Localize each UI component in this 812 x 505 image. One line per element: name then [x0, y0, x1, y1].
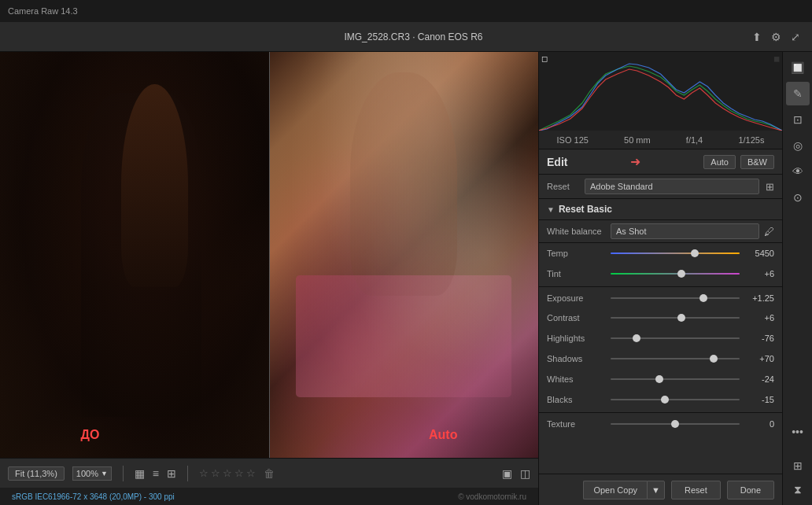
contrast-slider[interactable] [611, 311, 740, 324]
edit-header-buttons: Auto B&W [703, 155, 774, 169]
histogram: ◻ ◼ [539, 52, 782, 131]
image-info-link[interactable]: sRGB IEC61966-72 x 3648 (20,0MP) - 300 p… [12, 492, 175, 501]
exposure-row: Exposure +1.25 [539, 286, 782, 308]
preset-row: Reset Adobe Standard ⊞ [539, 175, 782, 199]
settings-icon[interactable]: ⚙ [771, 31, 781, 43]
tint-slider[interactable] [611, 267, 740, 280]
temp-label: Temp [547, 249, 606, 258]
filter-icon[interactable]: ⊞ [167, 467, 176, 480]
blacks-value: -15 [744, 395, 774, 404]
eyedropper-icon[interactable]: 🖊 [764, 226, 774, 238]
redeye-tool[interactable]: ⊙ [786, 186, 810, 209]
highlights-label: Highlights [547, 334, 606, 343]
white-clip-icon: ◻ [541, 54, 548, 63]
edit-arrow-icon: ➜ [630, 154, 640, 169]
rating-stars[interactable]: ☆ ☆ ☆ ☆ ☆ [199, 467, 256, 479]
header-icons: ⬆ ⚙ ⤢ [752, 31, 800, 43]
image-container: ДО Auto [0, 52, 538, 458]
filmstrip-icon[interactable]: ▦ [135, 467, 145, 480]
status-bar: sRGB IEC61966-72 x 3648 (20,0MP) - 300 p… [0, 488, 538, 505]
focal-value: 50 mm [624, 135, 651, 145]
image-after [269, 52, 538, 458]
auto-button[interactable]: Auto [703, 155, 736, 169]
texture-value: 0 [744, 419, 774, 429]
whites-value: -24 [744, 374, 774, 384]
heal-tool[interactable]: ◎ [786, 134, 810, 157]
tint-label: Tint [547, 269, 606, 278]
separator-1 [123, 466, 124, 481]
compare-icon[interactable]: ▣ [502, 467, 512, 480]
top-header: IMG_2528.CR3 · Canon EOS R6 ⬆ ⚙ ⤢ [0, 22, 812, 52]
blacks-slider[interactable] [611, 393, 740, 406]
fit-button[interactable]: Fit (11,3%) [8, 466, 65, 481]
shadows-row: Shadows +70 [539, 348, 782, 369]
whites-label: Whites [547, 374, 606, 384]
after-label: Auto [429, 428, 457, 442]
split-image: ДО Auto [0, 52, 538, 458]
whites-row: Whites -24 [539, 369, 782, 389]
split-view-icon[interactable]: ◫ [520, 467, 530, 480]
texture-row: Texture 0 [539, 412, 782, 433]
blacks-label: Blacks [547, 395, 606, 404]
histogram-svg [539, 52, 782, 131]
image-panel: ДО Auto Fit (11,3%) 100% ▼ ▦ ≡ ⊞ ☆ ☆ ☆ ☆… [0, 52, 538, 505]
right-panel: ◻ ◼ ISO 125 50 mm f/1,4 1/125s Edit ➜ Au… [538, 52, 782, 505]
far-right-tools: 🔲 ✎ ⊡ ◎ 👁 ⊙ ••• ⊞ ⧗ [782, 52, 812, 505]
exposure-slider[interactable] [611, 292, 740, 304]
more-tool[interactable]: ••• [786, 420, 810, 444]
watermark: © vodkomotornik.ru [458, 492, 526, 501]
black-clip-icon: ◼ [773, 54, 780, 63]
section-chevron-icon: ▼ [547, 205, 555, 214]
temp-slider[interactable] [611, 247, 740, 260]
preset-select[interactable]: Adobe Standard [585, 179, 759, 194]
zoom-select[interactable]: 100% ▼ [72, 466, 112, 481]
history-tool[interactable]: ⧗ [786, 477, 810, 501]
camera-info: ISO 125 50 mm f/1,4 1/125s [539, 131, 782, 149]
reset-label: Reset [547, 182, 578, 191]
wb-select[interactable]: As Shot [611, 223, 759, 239]
shadows-slider[interactable] [611, 352, 740, 365]
split-line [269, 52, 270, 458]
preset-tool[interactable]: ⊞ [786, 454, 810, 477]
reset-button[interactable]: Reset [671, 481, 721, 499]
edit-header: Edit ➜ Auto B&W [539, 149, 782, 175]
iso-value: ISO 125 [557, 135, 589, 145]
whites-slider[interactable] [611, 373, 740, 385]
tint-row: Tint +6 [539, 264, 782, 284]
bw-button[interactable]: B&W [740, 155, 774, 169]
zoom-tool[interactable]: 🔲 [786, 56, 810, 79]
delete-icon[interactable]: 🗑 [264, 467, 275, 480]
shadows-value: +70 [744, 354, 774, 363]
main-area: ДО Auto Fit (11,3%) 100% ▼ ▦ ≡ ⊞ ☆ ☆ ☆ ☆… [0, 52, 812, 505]
contrast-row: Contrast +6 [539, 308, 782, 328]
texture-slider[interactable] [611, 418, 740, 430]
open-copy-arrow[interactable]: ▼ [647, 481, 665, 499]
done-button[interactable]: Done [727, 481, 774, 499]
shadows-label: Shadows [547, 354, 606, 363]
section-header-basic[interactable]: ▼ Reset Basic [539, 199, 782, 220]
export-icon[interactable]: ⬆ [752, 31, 762, 43]
file-info: IMG_2528.CR3 · Canon EOS R6 [344, 31, 482, 42]
edit-panel: Edit ➜ Auto B&W Reset Adobe Standard ⊞ [539, 149, 782, 474]
edit-title: Edit [547, 156, 567, 168]
highlights-slider[interactable] [611, 332, 740, 345]
exposure-label: Exposure [547, 293, 606, 303]
open-copy-button[interactable]: Open Copy [583, 481, 647, 499]
aperture-value: f/1,4 [686, 135, 703, 145]
blacks-row: Blacks -15 [539, 389, 782, 410]
crop-tool[interactable]: ⊡ [786, 108, 810, 131]
expand-icon[interactable]: ⤢ [791, 31, 800, 43]
shutter-value: 1/125s [738, 135, 764, 145]
image-before [0, 52, 269, 458]
list-icon[interactable]: ≡ [153, 467, 159, 480]
wb-label: White balance [547, 227, 606, 236]
contrast-label: Contrast [547, 313, 606, 323]
open-copy-split-button: Open Copy ▼ [583, 481, 665, 499]
mask-tool[interactable]: 👁 [786, 160, 810, 183]
app-title: Camera Raw 14.3 [8, 6, 78, 16]
action-bar: Open Copy ▼ Reset Done [539, 474, 782, 505]
section-title: Reset Basic [559, 204, 612, 215]
white-balance-row: White balance As Shot 🖊 [539, 220, 782, 243]
edit-tool[interactable]: ✎ [786, 82, 810, 105]
grid-icon[interactable]: ⊞ [766, 181, 774, 193]
